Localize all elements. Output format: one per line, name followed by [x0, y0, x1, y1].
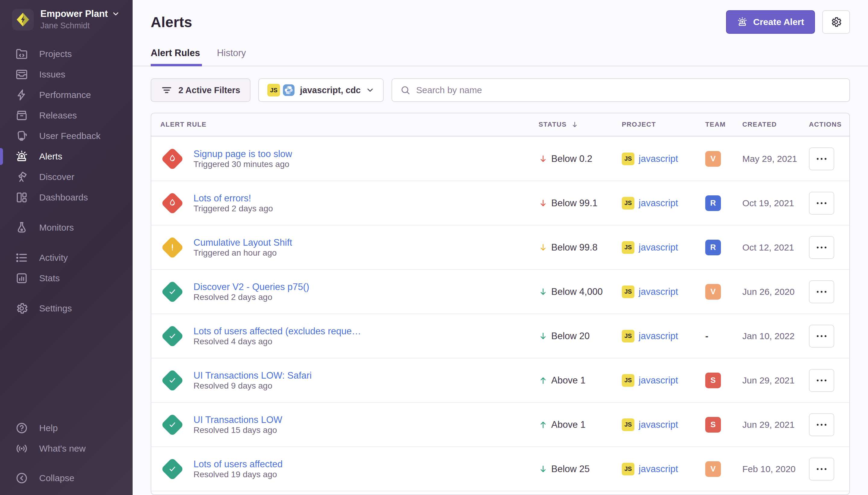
monitors-icon	[15, 221, 28, 234]
user-feedback-icon	[15, 129, 28, 142]
row-actions-button[interactable]	[809, 192, 834, 215]
tab-alert-rules[interactable]: Alert Rules	[151, 48, 200, 66]
siren-icon	[737, 17, 748, 28]
row-actions-button[interactable]	[809, 325, 834, 347]
team-badge: V	[705, 151, 721, 167]
alert-rule-link[interactable]: Cumulative Layout Shift	[193, 237, 292, 248]
tab-history[interactable]: History	[217, 48, 246, 66]
javascript-project-icon: JS	[622, 374, 635, 387]
alert-rule-subtitle: Triggered 30 minutes ago	[193, 159, 289, 169]
status-cell: Below 99.8	[539, 242, 622, 253]
project-link[interactable]: javascript	[639, 198, 678, 209]
row-actions-button[interactable]	[809, 413, 834, 436]
alert-rule-link[interactable]: Lots of errors!	[193, 193, 273, 204]
org-switcher[interactable]: Empower Plant Jane Schmidt	[0, 8, 133, 31]
sidebar-item-stats[interactable]: Stats	[0, 268, 133, 289]
sidebar-item-activity[interactable]: Activity	[0, 248, 133, 268]
project-link[interactable]: javascript	[639, 464, 678, 475]
active-filters-button[interactable]: 2 Active Filters	[151, 79, 250, 102]
dashboards-icon	[15, 191, 28, 204]
project-link[interactable]: javascript	[639, 153, 678, 164]
search-icon	[400, 85, 411, 96]
status-value: Below 4,000	[551, 286, 603, 297]
sidebar-item-releases[interactable]: Releases	[0, 105, 133, 126]
created-date: Jan 10, 2022	[742, 331, 809, 341]
status-value: Below 99.8	[551, 242, 597, 253]
issues-icon	[15, 68, 28, 81]
alert-rule-subtitle: Resolved 19 days ago	[193, 470, 277, 479]
project-link[interactable]: javascript	[639, 419, 678, 430]
collapse-icon	[15, 472, 28, 485]
chevron-down-icon	[366, 86, 375, 95]
column-header-alert-rule: Alert Rule	[151, 121, 539, 129]
team-badge: S	[705, 373, 721, 388]
alert-rule-link[interactable]: Discover V2 - Queries p75()	[193, 281, 309, 292]
gear-icon	[830, 16, 842, 28]
row-actions-button[interactable]	[809, 236, 834, 259]
alert-rule-subtitle: Resolved 15 days ago	[193, 425, 277, 435]
status-arrow-icon	[539, 376, 548, 385]
sidebar-item-issues[interactable]: Issues	[0, 64, 133, 85]
project-link[interactable]: javascript	[639, 286, 678, 297]
alert-rule-link[interactable]: Lots of users affected (excludes reque…	[193, 326, 361, 337]
status-arrow-icon	[539, 464, 548, 474]
alert-state-icon	[160, 369, 185, 393]
created-date: Oct 12, 2021	[742, 242, 809, 253]
status-value: Below 25	[551, 464, 590, 475]
status-cell: Below 0.2	[539, 153, 622, 164]
team-badge: R	[705, 240, 721, 255]
sidebar-item-dashboards[interactable]: Dashboards	[0, 187, 133, 208]
fire-icon	[167, 198, 177, 208]
row-actions-button[interactable]	[809, 369, 834, 392]
stats-icon	[15, 272, 28, 285]
project-link[interactable]: javascript	[639, 242, 678, 253]
sidebar-collapse-button[interactable]: Collapse	[0, 468, 133, 488]
broadcast-icon	[15, 442, 28, 455]
project-link[interactable]: javascript	[639, 331, 678, 342]
alert-rule-subtitle: Resolved 2 days ago	[193, 292, 273, 302]
javascript-project-icon: JS	[622, 153, 635, 165]
sidebar-item-label: Issues	[39, 69, 65, 80]
search-input[interactable]	[416, 85, 841, 95]
alert-settings-button[interactable]	[822, 10, 850, 34]
sidebar-item-projects[interactable]: Projects	[0, 44, 133, 64]
chevron-down-icon	[111, 10, 120, 18]
sidebar-item-whats-new[interactable]: What's new	[0, 438, 133, 459]
team-badge: S	[705, 417, 721, 432]
project-selector[interactable]: JS javascript, cdc	[258, 79, 384, 102]
org-logo	[12, 9, 34, 31]
alert-state-icon	[160, 191, 185, 215]
sidebar-item-discover[interactable]: Discover	[0, 167, 133, 187]
sidebar-item-label: Projects	[39, 49, 72, 59]
row-actions-button[interactable]	[809, 148, 834, 170]
sidebar-item-performance[interactable]: Performance	[0, 85, 133, 105]
column-header-status[interactable]: Status	[539, 121, 622, 129]
alert-rule-link[interactable]: UI Transactions LOW: Safari	[193, 370, 312, 381]
sidebar-item-label: Activity	[39, 253, 68, 263]
sidebar-item-user-feedback[interactable]: User Feedback	[0, 126, 133, 146]
performance-icon	[15, 88, 28, 102]
table-header: Alert Rule Status Project Team Created A…	[151, 113, 849, 136]
javascript-project-icon: JS	[622, 330, 635, 342]
row-actions-button[interactable]	[809, 280, 834, 303]
alert-rule-subtitle: Resolved 4 days ago	[193, 337, 273, 346]
create-alert-button[interactable]: Create Alert	[726, 10, 815, 34]
sidebar-item-settings[interactable]: Settings	[0, 298, 133, 319]
sidebar-item-label: Help	[39, 423, 58, 433]
page-header: Alerts Create Alert Alert Rules History	[133, 0, 868, 66]
status-arrow-icon	[539, 331, 548, 341]
alert-rule-link[interactable]: Signup page is too slow	[193, 149, 292, 159]
org-name: Empower Plant	[40, 8, 108, 19]
sidebar-item-alerts[interactable]: Alerts	[0, 146, 133, 167]
row-actions-button[interactable]	[809, 458, 834, 480]
alert-rule-link[interactable]: Lots of users affected	[193, 459, 283, 470]
project-link[interactable]: javascript	[639, 375, 678, 386]
help-icon	[15, 422, 28, 435]
table-row: Signup page is too slow Triggered 30 min…	[151, 136, 849, 181]
alert-rule-link[interactable]: UI Transactions LOW	[193, 414, 282, 425]
sidebar-item-monitors[interactable]: Monitors	[0, 217, 133, 238]
table-row: UI Transactions LOW: Safari Resolved 9 d…	[151, 358, 849, 402]
sidebar-item-help[interactable]: Help	[0, 418, 133, 438]
check-icon	[167, 287, 177, 297]
status-value: Above 1	[551, 375, 586, 386]
